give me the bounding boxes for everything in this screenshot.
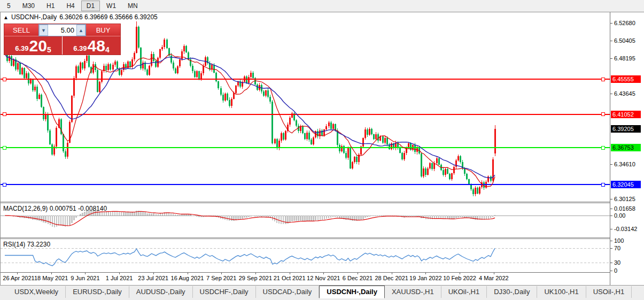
chart-tab-xauusd[interactable]: XAUUSD-,H1 xyxy=(385,286,441,298)
date-axis-label: 12 Nov 2021 xyxy=(307,275,340,281)
chart-ohlc-values: 6.36026 6.39669 6.35666 6.39205 xyxy=(59,13,158,21)
date-axis-tick xyxy=(85,273,86,274)
date-axis-label: 29 Sep 2021 xyxy=(239,275,272,281)
date-axis-tick xyxy=(153,273,154,274)
date-axis-label: 6 Dec 2021 xyxy=(343,275,373,281)
buy-button[interactable]: BUY xyxy=(86,24,120,36)
date-axis-label: 10 Feb 2022 xyxy=(443,275,476,281)
level-price-badge: 6.45555 xyxy=(611,75,641,83)
buy-price-big: 48 xyxy=(88,38,105,54)
sell-price-big: 20 xyxy=(29,38,47,54)
date-axis-label: 16 Aug 2021 xyxy=(171,275,204,281)
price-axis-tick: 6.48195 xyxy=(614,55,635,61)
chart-tab-uk100[interactable]: UK100-,H1 xyxy=(537,286,586,298)
rsi-canvas[interactable] xyxy=(1,239,610,272)
date-axis-label: 19 Jan 2022 xyxy=(409,275,442,281)
chart-tab-usdcnh[interactable]: USDCNH-,Daily xyxy=(319,286,385,298)
date-axis-label: 1 Jul 2021 xyxy=(106,275,133,281)
timeframe-button-h4[interactable]: H4 xyxy=(61,1,80,11)
sell-price-prefix: 6.39 xyxy=(15,44,28,52)
chart-tab-usdx[interactable]: USDX,Weekly xyxy=(7,286,66,298)
macd-axis-tick: -0.03142 xyxy=(614,226,637,232)
date-axis-tick xyxy=(460,273,460,274)
timeframe-button-h1[interactable]: H1 xyxy=(41,1,60,11)
date-axis-label: 18 May 2021 xyxy=(34,275,68,281)
rsi-pane: RSI(14) 73.2230 xyxy=(1,239,610,272)
date-axis-tick xyxy=(188,273,188,274)
price-axis-tick: 6.52680 xyxy=(614,20,635,26)
date-axis-tick xyxy=(323,273,324,274)
date-axis-label: 26 Apr 2021 xyxy=(3,275,34,281)
sell-price-pip: 5 xyxy=(47,45,51,54)
date-axis-tick xyxy=(221,273,222,274)
timeframe-button-5[interactable]: 5 xyxy=(2,1,16,11)
rsi-label: RSI(14) 73.2230 xyxy=(3,241,50,248)
date-axis-tick xyxy=(290,273,290,274)
chart-tab-bar: USDX,WeeklyEURUSD-,DailyAUDUSD-,DailyUSD… xyxy=(0,285,644,300)
chart-tab-usdchf[interactable]: USDCHF-,Daily xyxy=(193,286,256,298)
date-axis-tick xyxy=(358,273,358,274)
date-axis[interactable]: 26 Apr 202118 May 20219 Jun 20211 Jul 20… xyxy=(1,272,610,285)
price-axis-tick: 6.50405 xyxy=(614,37,635,44)
price-axis-tick: 6.30125 xyxy=(614,196,635,202)
chart-title: ▲ USDCNH-,Daily 6.36026 6.39669 6.35666 … xyxy=(3,13,158,21)
buy-price-pip: 4 xyxy=(105,45,110,54)
price-axis-tick: 6.34610 xyxy=(614,161,635,167)
date-axis-label: 7 Sep 2021 xyxy=(206,275,236,281)
date-axis-tick xyxy=(51,273,52,274)
date-axis-tick xyxy=(17,273,18,274)
buy-price-prefix: 6.39 xyxy=(73,44,87,52)
level-price-badge: 6.36753 xyxy=(611,144,641,151)
rsi-axis-tick: 30 xyxy=(614,259,620,266)
rsi-axis-tick: 0 xyxy=(614,267,617,274)
timeframe-button-mn[interactable]: MN xyxy=(122,1,143,11)
chart-tab-eurusd[interactable]: EURUSD-,Daily xyxy=(66,286,129,298)
date-axis-label: 4 Mar 2022 xyxy=(479,275,509,281)
trading-terminal: 5M30H1H4D1W1MN ▲ USDCNH-,Daily 6.36026 6… xyxy=(0,0,644,300)
price-pane: ▲ USDCNH-,Daily 6.36026 6.39669 6.35666 … xyxy=(1,12,610,202)
date-axis-label: 9 Jun 2021 xyxy=(71,275,99,281)
timeframe-button-w1[interactable]: W1 xyxy=(101,1,121,11)
date-axis-tick xyxy=(392,273,392,274)
sell-button[interactable]: SELL xyxy=(4,24,38,36)
macd-axis-tick: 0.00 xyxy=(614,212,625,219)
volume-increase-button[interactable]: ▲ xyxy=(76,25,86,36)
chart-tab-dj30[interactable]: DJ30-,Daily xyxy=(487,286,537,298)
sell-quote[interactable]: 6.39 20 5 xyxy=(4,36,63,55)
macd-label: MACD(12,26,9) 0.000751 -0.008140 xyxy=(3,205,107,212)
chart-symbol-period: USDCNH-,Daily xyxy=(11,13,57,21)
date-axis-tick xyxy=(494,273,494,274)
timeframe-toolbar: 5M30H1H4D1W1MN xyxy=(0,0,644,12)
rsi-axis-tick: 100 xyxy=(614,237,624,244)
chart-tab-audusd[interactable]: AUDUSD-,Daily xyxy=(129,286,193,298)
date-axis-label: 21 Oct 2021 xyxy=(274,275,306,281)
date-axis-tick xyxy=(119,273,120,274)
volume-decrease-button[interactable]: ▼ xyxy=(39,25,48,36)
price-axis[interactable]: 6.526806.504056.481956.436456.346106.301… xyxy=(610,12,644,285)
level-price-badge: 6.32045 xyxy=(611,181,641,188)
timeframe-button-d1[interactable]: D1 xyxy=(81,1,100,11)
chart-arrow-icon: ▲ xyxy=(3,14,9,20)
volume-input[interactable] xyxy=(48,25,76,36)
chart-tab-usoil[interactable]: USOil-,H1 xyxy=(586,286,632,298)
date-axis-label: 28 Dec 2021 xyxy=(375,275,408,281)
timeframe-button-m30[interactable]: M30 xyxy=(17,1,40,11)
date-axis-tick xyxy=(255,273,256,274)
current-price-badge: 6.39205 xyxy=(611,125,641,133)
chart-tab-usdcad[interactable]: USDCAD-,Daily xyxy=(256,286,320,298)
one-click-trade-panel: SELL ▼ ▲ BUY 6.39 20 5 6.39 xyxy=(4,24,121,55)
macd-pane: MACD(12,26,9) 0.000751 -0.008140 xyxy=(1,203,610,237)
chart-tab-ukoil[interactable]: UKOil-,H1 xyxy=(441,286,487,298)
level-price-badge: 6.41052 xyxy=(611,111,641,118)
price-axis-tick: 6.43645 xyxy=(614,90,635,97)
date-axis-tick xyxy=(425,273,426,274)
macd-axis-tick: 0.01658 xyxy=(614,205,635,212)
rsi-axis-tick: 70 xyxy=(614,245,620,251)
chart-window: ▲ USDCNH-,Daily 6.36026 6.39669 6.35666 … xyxy=(0,12,644,285)
buy-quote[interactable]: 6.39 48 4 xyxy=(63,36,120,55)
date-axis-label: 23 Jul 2021 xyxy=(138,275,168,281)
